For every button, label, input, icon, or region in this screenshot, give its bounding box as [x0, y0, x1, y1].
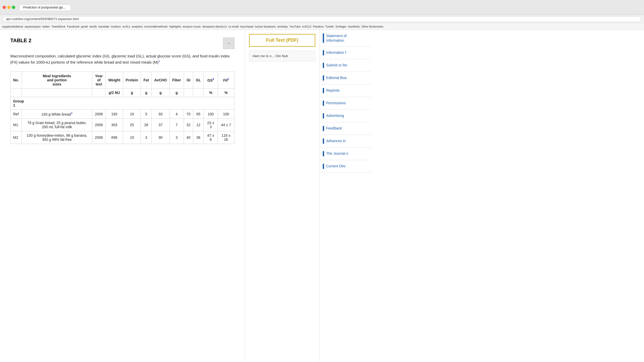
- table-row: M2 100 g honeydew-melon, 98 g banana, 30…: [11, 131, 234, 144]
- bookmark-translate[interactable]: translate: [98, 25, 109, 28]
- subhdr-gl: [193, 89, 204, 97]
- cell-ref-fat: 5: [141, 110, 152, 119]
- bookmark-tweetdeck[interactable]: TweetDeck: [52, 25, 65, 28]
- col-header-gs: GS2: [204, 72, 218, 89]
- bookmark-pandora[interactable]: Pandora: [313, 25, 324, 28]
- subhdr-fii: %: [218, 89, 234, 97]
- cell-ref-fiber: 4: [170, 110, 184, 119]
- nav-item-advances[interactable]: Advances in: [320, 135, 371, 148]
- col-header-gi: GI: [184, 72, 193, 89]
- nav-bar-icon: [323, 63, 324, 68]
- nav-item-permissions[interactable]: Permissions: [320, 97, 371, 110]
- col-header-fiber: Fiber: [170, 72, 184, 89]
- nav-item-advertising[interactable]: Advertising: [320, 110, 371, 122]
- subhdr-weight: g/2 MJ: [106, 89, 123, 97]
- table-subheader-row: g/2 MJ g g g g % %: [11, 89, 234, 97]
- cell-m1-fat: 26: [141, 118, 152, 131]
- cell-m1-meal: 78 g Grain bread, 25 g peanut butter, 20…: [22, 118, 92, 131]
- table-header-row: No. Meal ingredientsand portionsizes Yea…: [11, 72, 234, 89]
- bookmark-medium[interactable]: medium: [111, 25, 121, 28]
- bookmark-bluejeans[interactable]: bluejeans (becky's): [202, 25, 227, 28]
- col-header-weight: Weight: [106, 72, 123, 89]
- bookmark-schlager[interactable]: Schlager: [335, 25, 346, 28]
- col-header-fii: FII2: [218, 72, 234, 89]
- cell-ref-meal: 193 g White bread3: [22, 110, 92, 119]
- nav-bar-icon: [323, 113, 324, 118]
- table-row: M1 78 g Grain bread, 25 g peanut butter,…: [11, 118, 234, 131]
- subhdr-gi: [184, 89, 193, 97]
- bookmark-workday[interactable]: workday: [277, 25, 288, 28]
- nav-label-advances: Advances in: [326, 139, 346, 143]
- subhdr-fiber: g: [170, 89, 184, 97]
- table-row: Ref 193 g White bread3 2006 193 19 5 93 …: [11, 110, 234, 119]
- nav-item-current[interactable]: Current Dev: [320, 160, 371, 173]
- nav-item-feedback[interactable]: Feedback: [320, 122, 371, 135]
- bookmark-analytics[interactable]: analytics: [132, 25, 143, 28]
- address-bar[interactable]: ajcn.nutrition.org/content/93/5/984/T2.e…: [3, 16, 641, 22]
- cell-m2-weight: 698: [106, 131, 123, 144]
- alert-box: Alert me to n... Clin Nutr: [249, 51, 315, 61]
- nav-bar-icon: [323, 139, 324, 144]
- nav-label-statement: Statement ofInformation: [326, 33, 346, 43]
- cell-m1-no: M1: [11, 118, 22, 131]
- bookmark-ec411[interactable]: ec411: [122, 25, 130, 28]
- minimize-button[interactable]: [7, 6, 11, 9]
- tab-bar: Prediction of postprandial glyc...: [19, 4, 71, 10]
- cell-ref-year: 2006: [92, 110, 106, 119]
- cell-m1-gs: 23 ± 3: [204, 118, 218, 131]
- nav-bar-icon: [323, 164, 324, 169]
- nav-label-reprints: Reprints: [326, 88, 340, 93]
- nav-label-feedback: Feedback: [326, 126, 342, 131]
- bookmark-backlinks[interactable]: backlinks: [348, 25, 360, 28]
- nav-arrow-button[interactable]: →: [223, 38, 234, 49]
- full-text-pdf-button[interactable]: Full Text (PDF): [249, 34, 315, 47]
- cell-m1-fii: 44 ± 7: [218, 118, 234, 131]
- bookmark-gmail[interactable]: gmail: [81, 25, 88, 28]
- nav-label-information: Information f: [326, 50, 346, 55]
- maximize-button[interactable]: [12, 6, 15, 9]
- bookmark-twitter[interactable]: twitter: [42, 25, 50, 28]
- cell-ref-no: Ref: [11, 110, 22, 119]
- arrow-icon: →: [227, 41, 231, 45]
- nav-label-submit: Submit or Re: [326, 63, 347, 67]
- bookmark-launchpad[interactable]: launchpad: [240, 25, 253, 28]
- bookmark-tushar[interactable]: tushar bluejeans: [255, 25, 276, 28]
- nav-bar-icon: [323, 151, 324, 156]
- nav-item-information[interactable]: Information f: [320, 47, 371, 59]
- subhdr-no: [11, 89, 22, 97]
- nav-item-journal[interactable]: The Journal o: [320, 148, 371, 160]
- bookmark-squarespace[interactable]: squarespace: [24, 25, 41, 28]
- address-bar-row: ajcn.nutrition.org/content/93/5/984/T2.e…: [0, 15, 644, 23]
- nav-bar-icon: [323, 101, 324, 106]
- bookmark-tumblr[interactable]: Tumblr: [325, 25, 334, 28]
- nav-item-editorial[interactable]: Editorial Boa: [320, 72, 371, 84]
- cell-m1-weight: 303: [106, 118, 123, 131]
- close-button[interactable]: [3, 6, 6, 9]
- data-table: No. Meal ingredientsand portionsizes Yea…: [10, 72, 234, 144]
- bookmark-econmathmethods[interactable]: econmathmethods: [144, 25, 168, 28]
- bookmark-amazon-music[interactable]: amazon music: [183, 25, 201, 28]
- bookmark-supplyisdeliberal[interactable]: supplyisdeliberal: [2, 25, 23, 28]
- bookmark-storify[interactable]: storify: [89, 25, 97, 28]
- bookmark-facebook[interactable]: Facebook: [67, 25, 79, 28]
- cell-m1-avcho: 37: [152, 118, 170, 131]
- col-header-no: No.: [11, 72, 22, 89]
- right-nav-sidebar: Statement ofInformation Information f Su…: [319, 30, 371, 362]
- subhdr-avcho: g: [152, 89, 170, 97]
- cell-m2-fat: 3: [141, 131, 152, 144]
- bookmark-highlights[interactable]: highlights: [169, 25, 181, 28]
- col-header-avcho: AvCHO: [152, 72, 170, 89]
- nav-item-submit[interactable]: Submit or Re: [320, 59, 371, 72]
- nav-item-statement[interactable]: Statement ofInformation: [320, 30, 371, 47]
- cell-m2-no: M2: [11, 131, 22, 144]
- cell-ref-protein: 19: [123, 110, 141, 119]
- bookmark-other[interactable]: Other Bookmarks: [361, 25, 384, 28]
- subhdr-fat: g: [141, 89, 152, 97]
- browser-tab[interactable]: Prediction of postprandial glyc...: [19, 4, 71, 10]
- nav-item-reprints[interactable]: Reprints: [320, 84, 371, 97]
- bookmark-co-email[interactable]: co email: [228, 25, 239, 28]
- tab-title: Prediction of postprandial glyc...: [23, 6, 67, 9]
- bookmark-ec6112[interactable]: ec6112: [302, 25, 311, 28]
- bookmark-youtube[interactable]: YouTube: [289, 25, 300, 28]
- col-header-gl: GL: [193, 72, 204, 89]
